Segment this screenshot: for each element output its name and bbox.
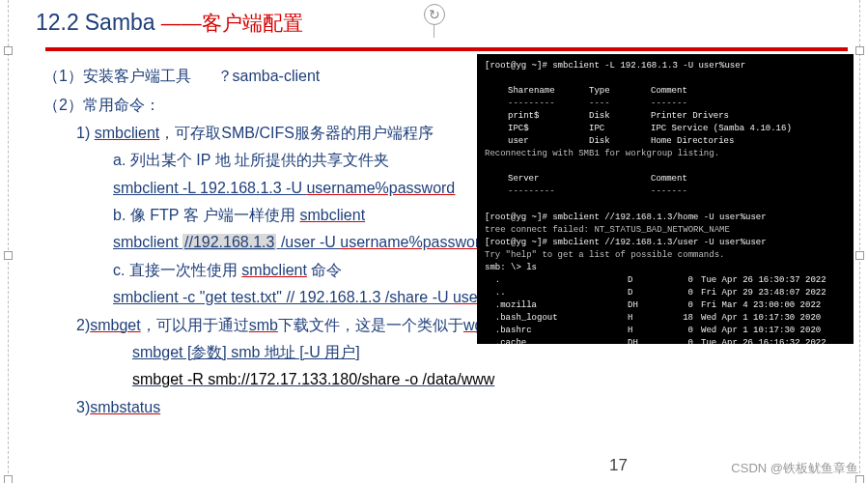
col: Sharename <box>508 85 575 98</box>
title-name: Samba <box>85 10 155 36</box>
slide-body: ↻ 12.2 Samba ——客户端配置 （1）安装客户端工具 ？samba-c… <box>8 0 860 483</box>
share-header: Sharename Type Comment <box>508 85 846 98</box>
server-header: Server Comment <box>508 173 846 185</box>
ls-row: .bashrcH0Wed Apr 1 10:17:30 2020 <box>485 325 846 337</box>
cmd: smbclient <box>300 207 366 223</box>
text: c. 直接一次性使用 <box>113 262 241 278</box>
terminal-line: tree connect failed: NT_STATUS_BAD_NETWO… <box>485 224 846 237</box>
server-sep: ---------------- <box>508 185 846 198</box>
text: 命令 <box>307 262 342 278</box>
ls-row: .bash_logoutH18Wed Apr 1 10:17:30 2020 <box>485 312 846 325</box>
terminal-line: smb: \> ls <box>485 262 846 274</box>
text: username%password <box>306 180 455 196</box>
watermark: CSDN @铁板鱿鱼章鱼 <box>731 460 858 477</box>
text: ？samba-client <box>217 68 321 84</box>
title-underline <box>45 47 848 51</box>
title-number: 12.2 <box>36 10 79 36</box>
resize-handle[interactable] <box>4 251 13 260</box>
text: username%password <box>340 234 489 250</box>
cmd: smbclient //192.168.1.3 /user -U usernam… <box>113 234 489 250</box>
terminal-screenshot: [root@yg ~]# smbclient -L 192.168.1.3 -U… <box>477 54 854 344</box>
cmd: smbstatus <box>90 399 160 415</box>
ls-row: .cacheDH0Tue Apr 26 16:16:32 2022 <box>485 337 846 344</box>
cmd: smbclient <box>95 125 160 141</box>
resize-handle[interactable] <box>855 46 864 55</box>
terminal-line: [root@yg ~]# smbclient //192.168.1.3/use… <box>485 237 846 249</box>
resize-handle[interactable] <box>855 251 864 260</box>
ip: //192.168.1.3 <box>182 234 276 250</box>
title-sub: ——客户端配置 <box>161 10 303 37</box>
ls-row: .mozillaDH0Fri Mar 4 23:00:00 2022 <box>485 299 846 312</box>
smbget-example: smbget -R smb://172.17.133.180/share -o … <box>132 367 840 392</box>
resize-handle[interactable] <box>4 46 13 55</box>
cmd: smbclient <box>241 262 307 278</box>
col: Comment <box>651 85 846 98</box>
share-row: IPC$IPCIPC Service (Samba 4.10.16) <box>508 123 846 135</box>
text: 3) <box>76 399 90 415</box>
terminal-line: Try "help" to get a list of possible com… <box>485 249 846 262</box>
text: smb <box>249 317 278 333</box>
text: b. 像 FTP 客 户端一样使用 <box>113 207 300 223</box>
text: ，可存取SMB/CIFS服务器的用户端程序 <box>159 125 434 141</box>
col: Comment <box>651 173 846 185</box>
text: ，可以用于通过 <box>141 317 249 333</box>
text: smbclient <box>113 234 179 250</box>
rotate-handle-icon[interactable]: ↻ <box>424 4 445 25</box>
page-number: 17 <box>609 456 628 475</box>
share-row: print$DiskPrinter Drivers <box>508 110 846 123</box>
text: 1) <box>76 125 90 141</box>
item-2-3: 3)smbstatus <box>76 395 840 420</box>
text: smbclient -c "get test.txt" // 192.168.1… <box>113 289 453 305</box>
terminal-line: [root@yg ~]# smbclient -L 192.168.1.3 -U… <box>485 60 846 72</box>
col: Server <box>508 173 575 185</box>
text: smbclient -L 192.168.1.3 -U <box>113 180 306 196</box>
terminal-line: Reconnecting with SMB1 for workgroup lis… <box>485 148 846 160</box>
ls-row: ..D0Fri Apr 29 23:48:07 2022 <box>485 287 846 299</box>
share-row: userDiskHome Directories <box>508 135 846 148</box>
share-sep: -------------------- <box>508 98 846 110</box>
cmd: smbget <box>90 317 140 333</box>
terminal-line: [root@yg ~]# smbclient //192.168.1.3/hom… <box>485 212 846 224</box>
text: 2) <box>76 317 90 333</box>
col: Type <box>589 85 637 98</box>
text: 下载文件，这是一个类似于 <box>278 317 463 333</box>
text: （1）安装客户端工具 <box>43 68 191 84</box>
ls-row: .D0Tue Apr 26 16:30:37 2022 <box>485 274 846 287</box>
resize-handle[interactable] <box>4 475 13 483</box>
text: /user -U <box>281 234 340 250</box>
cmd: smbclient -L 192.168.1.3 -U username%pas… <box>113 180 455 196</box>
